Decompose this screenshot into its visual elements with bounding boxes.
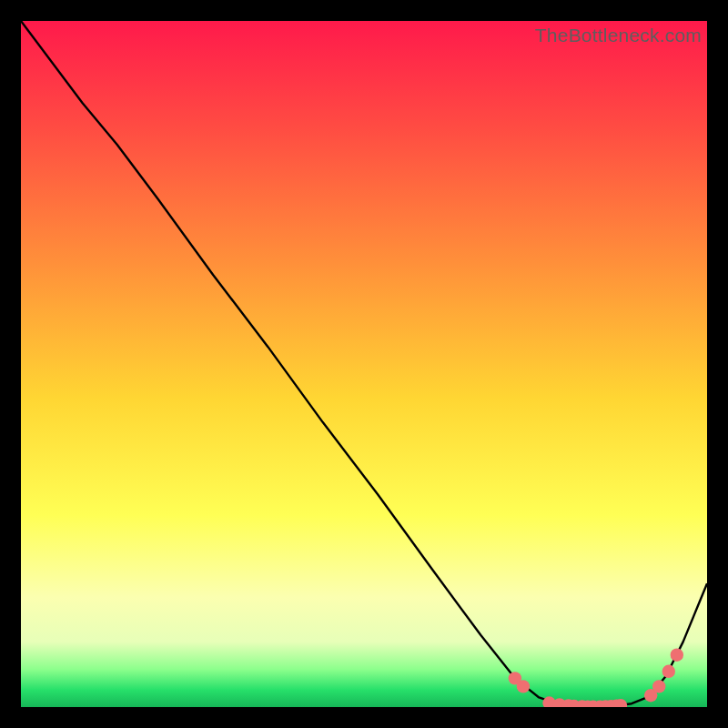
highlight-dot <box>652 680 665 693</box>
gradient-background <box>21 21 707 707</box>
highlight-dot <box>671 649 683 662</box>
highlight-dot <box>517 680 530 693</box>
chart-frame: TheBottleneck.com <box>21 21 707 707</box>
highlight-dot <box>662 665 675 678</box>
watermark-text: TheBottleneck.com <box>535 25 702 46</box>
chart-svg <box>21 21 707 707</box>
